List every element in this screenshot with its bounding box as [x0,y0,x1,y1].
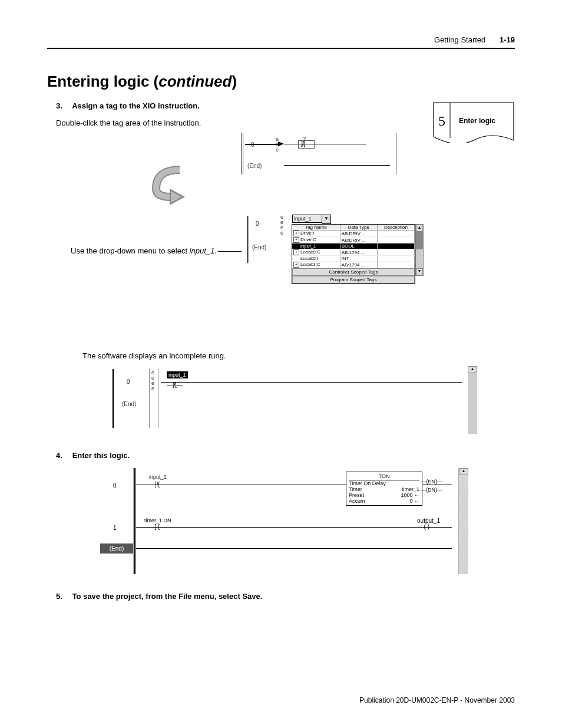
ton-title: TON [349,473,419,480]
rung-frame: e e e e 0 (End) input_1 —]/[— [112,369,475,428]
col-datatype: Data Type [340,225,378,230]
dropdown-caption: Use the drop-down menu to select input_1… [71,246,217,255]
step-3-number: 3. [56,101,70,110]
ton-preset-label: Preset [349,492,364,498]
ton-timer-value: timer_1 [402,486,419,492]
tag-row[interactable]: +Local:0:CAB:1794 ... [292,249,415,256]
title-continued: continued [158,73,232,90]
col-description: Description [378,225,415,230]
tag-row[interactable]: Local:0:IINT [292,256,415,262]
title-suffix: ) [232,73,237,90]
logic-area: input_1 —]/[— TON Timer On Delay Timerti… [134,468,458,574]
tag-input[interactable]: input_1 [292,215,322,223]
xic-symbol-icon: —] [— [149,523,166,530]
ton-accum-value: 0 ← [409,498,419,504]
rung-0-label-3: 0 [127,378,130,385]
rung-wire [284,144,366,144]
ton-accum-label: Accum [349,498,365,504]
en-flag: —(EN)— [421,479,442,485]
figure-enter-logic: 0 1 (End) input_1 —]/[— TON Timer On Del… [100,468,468,574]
step-4-title: Enter this logic. [72,451,130,460]
rung-0-label-2: 0 [256,220,259,227]
tag-row-selected[interactable]: input_1BOOL [292,243,415,249]
xio-box: ]/[ [298,140,315,149]
section-name: Getting Started [434,35,485,44]
title-main: Entering logic ( [47,73,158,90]
ton-timer-label: Timer [349,486,362,492]
xio-symbol-icon: ]/[ [301,140,305,147]
error-marks-2: e e e e [280,215,283,236]
caption-after: . [214,246,217,255]
scroll-up-icon[interactable]: ▲ [468,366,477,373]
figure-dropdown: Use the drop-down menu to select input_1… [47,210,515,304]
error-marks-3: e e e e [151,370,154,391]
controller-tags-button[interactable]: Controller Scoped Tags [292,268,415,276]
end-wire [284,165,390,166]
rung-wire-3 [161,382,462,383]
rung-1-label: 1 [113,525,117,531]
dropdown-button[interactable]: ▼ [322,215,331,224]
caption-tag: input_1 [190,246,215,255]
dn-flag: —(DN)— [421,487,442,493]
logic-frame: 0 1 (End) input_1 —]/[— TON Timer On Del… [100,468,468,574]
page-header: Getting Started 1-19 [47,35,515,44]
xio-tag: input_1 [149,474,167,480]
end-label-2: (End) [252,244,266,251]
page-title: Entering logic (continued) [47,73,515,91]
coil-symbol-icon: —( )— [418,523,435,530]
scroll-up-icon[interactable]: ▲ [459,468,468,475]
rung-number-column-4: 0 1 (End) [100,468,134,574]
tag-row[interactable]: +Drive:IAB:DRIV ... [292,230,415,237]
step-5-number: 5. [56,592,70,601]
caption-before: Use the drop-down menu to select [71,246,190,255]
figure-incomplete-rung: e e e e 0 (End) input_1 —]/[— ▲ [106,366,477,437]
expand-icon[interactable]: + [293,237,299,243]
program-tags-button[interactable]: Program Scoped Tags [292,276,415,284]
xic-tag: timer_1.DN [144,518,171,523]
page-number: 1-19 [500,35,515,44]
expand-icon[interactable]: + [293,230,299,236]
end-label-3: (End) [122,401,136,407]
step-5-title: To save the project, from the File menu,… [72,592,263,601]
scroll-down-icon[interactable]: ▼ [416,268,423,275]
step-4-number: 4. [56,451,70,460]
ladder-frame-2 [247,216,290,263]
step-5-heading: 5. To save the project, from the File me… [56,592,515,601]
rung-1-wire [136,527,452,528]
incomplete-rung-text: The software displays an incomplete rung… [82,351,515,360]
header-rule [47,48,515,49]
xio-instruction: —]/[— [167,378,182,389]
step-3-title: Assign a tag to the XIO instruction. [72,101,200,110]
logic-scrollbar[interactable]: ▲ [458,468,468,574]
ton-preset-value: 1000 ← [401,492,419,498]
ton-name: Timer On Delay [349,480,419,486]
publication-footer: Publication 20D-UM002C-EN-P - November 2… [359,696,515,704]
tag-row[interactable]: +Local:1:CAB:1794 ... [292,262,415,268]
end-block: (End) [100,543,133,554]
input-tag-highlight: input_1 [167,371,188,378]
taglist-scrollbar[interactable]: ▲ ▼ [415,224,424,276]
expand-icon[interactable]: + [293,249,299,255]
ladder-frame [242,133,397,174]
ton-instruction: TON Timer On Delay Timertimer_1 Preset10… [346,472,422,506]
rung-0-label-4: 0 [113,482,117,489]
scroll-thumb[interactable] [416,232,423,249]
xio-symbol-icon: —]/[— [149,481,166,487]
arrowhead-icon [278,141,284,146]
end-label: (End) [247,163,262,169]
curved-arrow-icon [147,165,194,206]
end-wire-4 [136,548,452,549]
flag-label: Enter logic [459,117,495,125]
tag-row[interactable]: +Drive:OAB:DRIV ... [292,237,415,243]
figure-assign-tag: 0 e e e ? ]/[ (End) [218,133,515,198]
col-tagname: Tag Name [292,225,340,230]
rung-scrollbar[interactable]: ▲ [468,366,477,434]
flag-number: 5 [438,113,445,129]
rung-line [245,144,280,145]
caption-leader-line [218,251,242,252]
scroll-up-icon[interactable]: ▲ [416,225,423,232]
expand-icon[interactable]: + [293,262,299,268]
tag-list[interactable]: Tag Name Data Type Description +Drive:IA… [292,224,415,284]
rung-number-column: e e e e [149,369,158,428]
step-4-heading: 4. Enter this logic. [56,451,515,460]
